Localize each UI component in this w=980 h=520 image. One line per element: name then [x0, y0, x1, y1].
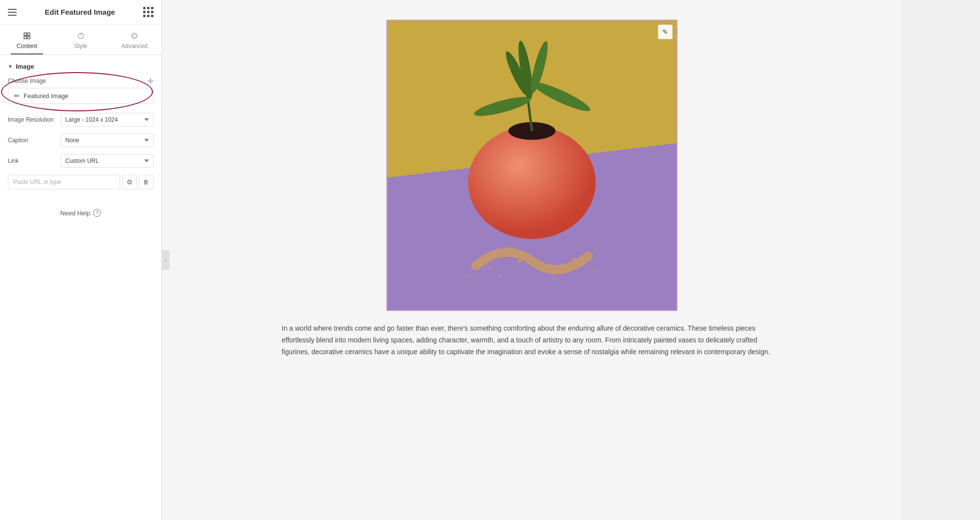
- svg-point-22: [572, 258, 576, 262]
- tab-content[interactable]: Content: [0, 25, 54, 54]
- choose-image-text: Choose Image: [8, 78, 46, 84]
- svg-rect-2: [24, 36, 26, 39]
- svg-point-10: [468, 126, 596, 239]
- svg-point-31: [578, 285, 579, 286]
- svg-point-29: [592, 269, 595, 272]
- featured-image-button-label: Featured Image: [24, 92, 69, 100]
- image-resolution-row: Image Resolution Large - 1024 x 1024: [8, 113, 153, 127]
- tab-style-label: Style: [74, 43, 87, 50]
- collapse-arrow-icon: ‹: [165, 257, 167, 263]
- panel-header: Edit Featured Image: [0, 0, 161, 25]
- featured-image-pencil-icon: ✏: [14, 92, 20, 100]
- ceramic-pot-image: [387, 21, 677, 310]
- left-panel: Edit Featured Image Content: [0, 0, 162, 520]
- canvas-area: ✎: [162, 0, 902, 520]
- content-tab-icon: [23, 31, 31, 40]
- hamburger-menu-icon[interactable]: [8, 9, 17, 16]
- url-input[interactable]: [8, 175, 120, 189]
- panel-content: ▼ Image Choose Image ✛ ✏ Featured Image …: [0, 55, 161, 520]
- panel-tabs: Content Style Advanced: [0, 25, 161, 55]
- featured-image-button[interactable]: ✏ Featured Image: [8, 88, 153, 104]
- image-resolution-select[interactable]: Large - 1024 x 1024: [61, 113, 153, 127]
- url-input-row: ⚙ 🗑: [8, 175, 153, 189]
- svg-point-23: [582, 262, 585, 265]
- caption-select[interactable]: None: [61, 133, 153, 147]
- choose-image-container: Choose Image ✛ ✏ Featured Image: [8, 77, 153, 104]
- svg-point-28: [469, 274, 472, 277]
- link-row: Link Custom URL: [8, 154, 153, 168]
- choose-image-label-row: Choose Image ✛: [8, 77, 153, 85]
- svg-point-27: [509, 255, 511, 257]
- svg-rect-3: [27, 36, 30, 39]
- main-content: ‹ ✎: [162, 0, 902, 520]
- url-settings-icon[interactable]: ⚙: [122, 175, 137, 189]
- right-panel: [902, 0, 980, 520]
- image-section-header: ▼ Image: [8, 63, 153, 70]
- need-help-label: Need Help: [60, 209, 90, 217]
- caption-row: Caption None: [8, 133, 153, 147]
- help-circle-icon: ?: [93, 209, 101, 217]
- link-label: Link: [8, 157, 57, 164]
- svg-point-18: [478, 263, 482, 267]
- tab-advanced-label: Advanced: [121, 43, 147, 50]
- svg-point-21: [543, 269, 546, 272]
- tab-style[interactable]: Style: [54, 25, 108, 54]
- svg-point-20: [518, 259, 522, 263]
- svg-point-24: [499, 274, 502, 277]
- link-select[interactable]: Custom URL: [61, 154, 153, 168]
- svg-point-19: [489, 267, 492, 270]
- body-text-area: In a world where trends come and go fast…: [262, 311, 802, 369]
- image-resolution-label: Image Resolution: [8, 116, 57, 123]
- featured-image-wrapper: ✎: [386, 20, 678, 311]
- edit-pencil-icon: ✎: [662, 28, 668, 36]
- trash-icon: 🗑: [143, 179, 149, 185]
- body-text: In a world where trends come and go fast…: [282, 323, 782, 358]
- svg-point-30: [484, 285, 486, 286]
- need-help-section[interactable]: Need Help ?: [8, 209, 153, 217]
- panel-collapse-handle[interactable]: ‹: [162, 250, 170, 270]
- section-arrow-icon: ▼: [8, 64, 13, 69]
- gear-icon: ⚙: [126, 178, 133, 186]
- image-section-label: Image: [16, 63, 34, 70]
- tab-advanced[interactable]: Advanced: [107, 25, 161, 54]
- move-handle-icon: ✛: [148, 77, 153, 85]
- advanced-tab-icon: [130, 31, 139, 40]
- svg-rect-1: [27, 33, 30, 35]
- caption-label: Caption: [8, 137, 57, 144]
- svg-rect-0: [24, 33, 26, 35]
- tab-content-label: Content: [17, 43, 37, 50]
- url-clear-icon[interactable]: 🗑: [139, 175, 153, 189]
- svg-point-26: [563, 262, 565, 264]
- image-edit-button[interactable]: ✎: [658, 25, 673, 39]
- grid-menu-icon[interactable]: [143, 7, 153, 17]
- panel-title: Edit Featured Image: [45, 8, 115, 16]
- svg-point-25: [553, 277, 555, 280]
- style-tab-icon: [76, 31, 85, 40]
